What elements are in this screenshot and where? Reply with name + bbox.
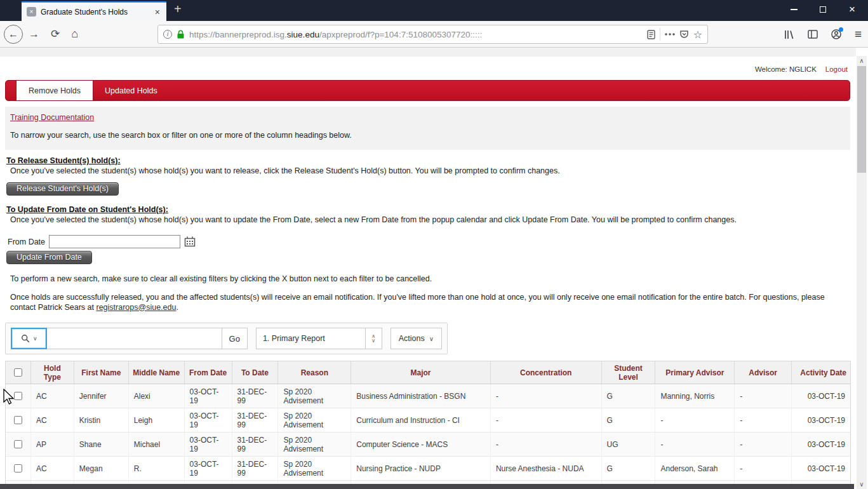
home-button[interactable]: ⌂ <box>71 27 78 41</box>
browser-tab[interactable]: × Graduate Student's Holds × <box>22 1 166 21</box>
cell-concentration: - <box>491 408 602 432</box>
cell-advisor: - <box>735 457 792 480</box>
column-header-middle-name[interactable]: Middle Name <box>129 361 185 384</box>
chevron-down-icon: ∨ <box>429 335 434 342</box>
row-select-cell <box>6 432 31 456</box>
narrow-search-text: To narrow your search, use the search bo… <box>10 131 352 140</box>
cell-to-date: 31-DEC-99 <box>232 432 279 456</box>
column-header-to-date[interactable]: To Date <box>232 361 279 384</box>
go-button[interactable]: Go <box>222 328 248 349</box>
taskbar-edge-strip <box>0 484 854 489</box>
column-header-hold-type[interactable]: Hold Type <box>31 361 74 384</box>
release-holds-button[interactable]: Release Student's Hold(s) <box>6 182 119 196</box>
cell-middle-name: Leigh <box>129 408 185 432</box>
page-info-icon[interactable]: i <box>163 30 172 39</box>
cell-student-level: G <box>602 457 656 480</box>
window-maximize-button[interactable] <box>812 0 834 19</box>
cell-primary-advisor: Anderson, Sarah <box>655 457 735 480</box>
column-header-from-date[interactable]: From Date <box>185 361 232 384</box>
scrollbar-thumb[interactable] <box>857 66 866 173</box>
cell-from-date: 03-OCT-19 <box>185 408 232 432</box>
url-bar[interactable]: i https://bannerpreprod.isg.siue.edu/apx… <box>157 25 708 44</box>
row-select-cell <box>6 408 31 432</box>
page-actions-icon[interactable] <box>665 33 675 36</box>
menu-icon[interactable]: ≡ <box>855 27 862 41</box>
cell-hold-type: AC <box>31 384 74 408</box>
cell-reason: Sp 2020 Advisement <box>278 384 351 408</box>
select-all-checkbox[interactable] <box>14 368 22 377</box>
column-header-primary-advisor[interactable]: Primary Advisor <box>655 361 735 384</box>
holds-table: Hold Type First Name Middle Name From Da… <box>5 361 851 484</box>
cell-from-date: 03-OCT-19 <box>185 432 232 456</box>
column-header-advisor[interactable]: Advisor <box>735 361 792 384</box>
registrar-email-link[interactable]: registrarops@siue.edu <box>96 303 176 312</box>
tab-title: Graduate Student's Holds <box>41 8 149 17</box>
column-header-reason[interactable]: Reason <box>278 361 351 384</box>
cell-concentration: - <box>491 432 602 456</box>
tab-close-icon[interactable]: × <box>154 7 161 17</box>
reload-button[interactable]: ⟳ <box>51 27 60 41</box>
actions-button[interactable]: Actions ∨ <box>391 328 442 349</box>
sidebar-icon[interactable] <box>808 30 818 39</box>
row-select-checkbox[interactable] <box>14 392 22 400</box>
info-panel: Training Documentation To narrow your se… <box>5 107 850 150</box>
row-select-cell <box>6 457 31 480</box>
release-instructions: Once you've selected the student(s) whos… <box>10 166 560 175</box>
reader-mode-icon[interactable] <box>647 30 655 39</box>
row-select-checkbox[interactable] <box>14 440 22 448</box>
bookmark-star-icon[interactable]: ☆ <box>693 29 702 41</box>
scroll-up-button[interactable]: ∧ <box>857 56 867 65</box>
cell-student-level: G <box>602 408 656 432</box>
search-options-button[interactable]: ∨ <box>11 328 47 349</box>
scroll-down-button[interactable]: ∨ <box>857 479 867 489</box>
cell-student-level: UG <box>602 432 656 456</box>
from-date-input[interactable] <box>49 235 180 248</box>
navbar-right-icons: ≡ <box>784 25 862 44</box>
calendar-icon[interactable] <box>184 236 196 247</box>
row-select-checkbox[interactable] <box>14 464 22 472</box>
report-search-input[interactable] <box>47 328 222 349</box>
logout-link[interactable]: Logout <box>825 65 848 73</box>
cell-middle-name: R. <box>129 457 185 480</box>
update-instructions: Once you've selected the student(s) whos… <box>10 215 737 224</box>
back-button[interactable]: ← <box>4 25 23 44</box>
select-all-cell <box>6 361 31 384</box>
pocket-icon[interactable] <box>679 30 689 39</box>
column-header-activity-date[interactable]: Activity Date <box>792 361 850 384</box>
forward-button[interactable]: → <box>29 28 39 41</box>
cell-activity-date: 03-OCT-19 <box>792 457 850 480</box>
report-select-value: 1. Primary Report <box>257 334 365 343</box>
new-tab-button[interactable]: + <box>174 2 182 17</box>
row-select-checkbox[interactable] <box>14 416 22 424</box>
email-note: Once holds are successfully released, yo… <box>10 293 848 312</box>
column-header-major[interactable]: Major <box>351 361 491 384</box>
window-minimize-button[interactable] <box>783 0 805 19</box>
cell-to-date: 31-DEC-99 <box>232 384 279 408</box>
url-text: https://bannerpreprod.isg.siue.edu/apxpr… <box>189 30 643 39</box>
column-header-concentration[interactable]: Concentration <box>491 361 602 384</box>
update-from-date-button[interactable]: Update From Date <box>6 251 92 264</box>
browser-titlebar: × Graduate Student's Holds × + × <box>0 0 868 21</box>
select-spinner-icon: ∧∨ <box>365 328 382 349</box>
page-content: Welcome: NGLICKLogout Remove Holds Updat… <box>0 48 868 489</box>
cell-concentration: Nurse Anesthesia - NUDA <box>491 457 602 480</box>
cell-major: Computer Science - MACS <box>351 432 491 456</box>
cell-first-name: Megan <box>74 457 129 480</box>
minimize-icon <box>791 9 798 10</box>
training-documentation-link[interactable]: Training Documentation <box>10 113 94 122</box>
cell-advisor: - <box>735 384 792 408</box>
tab-remove-holds[interactable]: Remove Holds <box>16 81 93 100</box>
cell-activity-date: 03-OCT-19 <box>792 384 850 408</box>
report-select[interactable]: 1. Primary Report ∧∨ <box>256 328 382 349</box>
cell-hold-type: AC <box>31 408 74 432</box>
column-header-student-level[interactable]: Student Level <box>602 361 656 384</box>
vertical-scrollbar[interactable]: ∧ ∨ <box>857 56 867 489</box>
window-close-button[interactable]: × <box>841 0 863 19</box>
library-icon[interactable] <box>784 30 794 39</box>
tab-updated-holds[interactable]: Updated Holds <box>93 81 169 100</box>
cell-from-date: 03-OCT-19 <box>185 384 232 408</box>
account-icon[interactable] <box>831 29 841 39</box>
cell-primary-advisor: Manning, Norris <box>655 384 735 408</box>
cell-reason: Sp 2020 Advisement <box>278 408 351 432</box>
column-header-first-name[interactable]: First Name <box>74 361 129 384</box>
